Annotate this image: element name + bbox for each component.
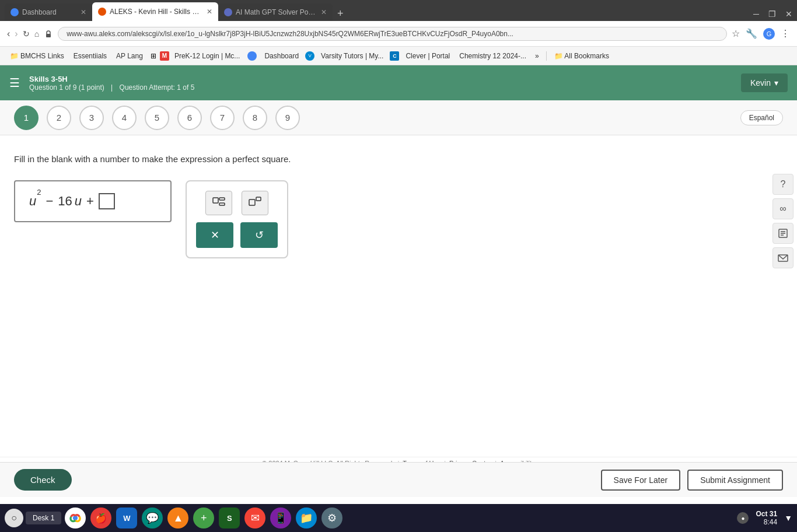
keypad-reset-button[interactable]: ↺ [240, 222, 278, 248]
taskbar-app-purple[interactable]: 📱 [270, 508, 291, 528]
blank-input[interactable] [99, 193, 115, 209]
submit-assignment-button[interactable]: Submit Assignment [687, 470, 783, 491]
tab-aleks[interactable]: ALEKS - Kevin Hill - Skills 3-5H ✕ [92, 2, 218, 21]
taskbar-app-chrome[interactable] [65, 508, 86, 528]
coefficient: 16 [58, 194, 72, 209]
q-btn-3[interactable]: 3 [79, 106, 104, 130]
profile-icon[interactable]: G [763, 28, 775, 40]
user-name: Kevin [750, 78, 771, 88]
maximize-button[interactable]: ❐ [768, 9, 776, 19]
user-menu[interactable]: Kevin ▾ [741, 74, 788, 92]
svg-rect-4 [249, 200, 255, 205]
svg-rect-1 [213, 198, 218, 203]
bookmark-m-icon: M [160, 51, 169, 61]
tab-dashboard[interactable]: Dashboard ✕ [5, 4, 92, 21]
q-btn-8[interactable]: 8 [243, 106, 267, 130]
bookmark-varsity-icon: V [305, 51, 314, 61]
bookmark-grid[interactable]: ⊞ [148, 51, 159, 61]
bookmark-essentiials[interactable]: Essentiials [69, 51, 111, 61]
bookmark-more[interactable]: » [532, 51, 543, 61]
hamburger-menu[interactable]: ☰ [9, 76, 20, 90]
keypad-symbol-superscript[interactable] [242, 191, 268, 215]
back-button[interactable]: ‹ [7, 29, 10, 39]
address-bar[interactable]: www-awu.aleks.com/alekscgi/x/lsl.exe/1o_… [58, 27, 727, 41]
question-count: Question 1 of 9 (1 point) [29, 83, 104, 92]
q-btn-1[interactable]: 1 [14, 106, 39, 130]
help-button[interactable]: ? [772, 174, 793, 195]
var-u2: u [75, 194, 82, 209]
question-attempt: Question Attempt: 1 of 5 [120, 83, 195, 92]
mail-button[interactable] [772, 247, 793, 268]
check-button[interactable]: Check [14, 469, 72, 491]
taskbar-app-red[interactable]: 🍎 [90, 508, 111, 528]
bookmark-prek12[interactable]: PreK-12 Login | Mc... [170, 51, 244, 61]
tab-close-dashboard[interactable]: ✕ [81, 8, 86, 16]
var-u: u2 [29, 194, 41, 209]
notes-button[interactable] [772, 223, 793, 244]
user-chevron: ▾ [774, 78, 778, 88]
bookmark-star-icon[interactable]: ☆ [732, 28, 740, 40]
tab-label-ai: AI Math GPT Solver Powered b... [236, 8, 317, 16]
q-btn-6[interactable]: 6 [177, 106, 202, 130]
keypad-clear-button[interactable]: ✕ [196, 222, 233, 248]
taskbar-app-drive[interactable]: ▲ [167, 508, 188, 528]
wifi-icon: ▼ [784, 513, 792, 523]
tab-close-ai[interactable]: ✕ [321, 8, 327, 16]
bookmark-clever[interactable]: Clever | Portal [401, 51, 454, 61]
close-button[interactable]: ✕ [785, 9, 792, 19]
date-display: Oct 31 [756, 510, 777, 518]
side-tools: ? ∞ [769, 170, 797, 272]
bookmark-all[interactable]: 📁 All Bookmarks [550, 51, 613, 61]
tab-close-aleks[interactable]: ✕ [207, 8, 212, 16]
espanol-button[interactable]: Español [740, 110, 783, 125]
taskbar-system-tray: ● [737, 512, 749, 524]
taskbar-app-settings[interactable]: ⚙ [321, 508, 342, 528]
minimize-button[interactable]: ─ [753, 9, 759, 19]
bookmark-varsity[interactable]: Varsity Tutors | My... [317, 51, 387, 61]
extensions-icon[interactable]: 🔧 [746, 28, 757, 40]
bookmark-dashboard[interactable]: Dashboard [260, 51, 303, 61]
svg-rect-3 [219, 203, 225, 205]
save-for-later-button[interactable]: Save For Later [601, 470, 681, 491]
window-controls: ─ ❐ ✕ [753, 9, 792, 21]
footer-bar: Check Save For Later Submit Assignment [0, 462, 797, 497]
taskbar-app-sheets[interactable]: S [219, 508, 240, 528]
taskbar-desk[interactable]: Desk 1 [26, 512, 61, 524]
q-btn-9[interactable]: 9 [275, 106, 300, 130]
tab-label-aleks: ALEKS - Kevin Hill - Skills 3-5H [110, 8, 203, 16]
bookmark-clever-icon: C [390, 51, 399, 61]
forward-button[interactable]: › [15, 29, 18, 39]
lock-icon [44, 29, 53, 38]
new-tab-button[interactable]: + [333, 8, 348, 20]
question-nav: 1 2 3 4 5 6 7 8 9 Español [0, 100, 797, 135]
tab-favicon-dashboard [11, 8, 19, 16]
menu-icon[interactable]: ⋮ [781, 28, 790, 40]
q-btn-7[interactable]: 7 [210, 106, 235, 130]
bookmark-bmchs[interactable]: 📁 BMCHS Links [6, 51, 68, 61]
tab-ai[interactable]: AI Math GPT Solver Powered b... ✕ [218, 4, 333, 21]
taskbar: ○ Desk 1 🍎 W 💬 ▲ + S ✉ 📱 📁 ⚙ ● Oct 31 8:… [0, 504, 797, 532]
taskbar-start[interactable]: ○ [5, 509, 23, 527]
home-button[interactable]: ⌂ [34, 29, 39, 38]
skill-title: Skills 3-5H [29, 75, 741, 83]
taskbar-app-chat[interactable]: 💬 [142, 508, 163, 528]
q-btn-5[interactable]: 5 [145, 106, 169, 130]
infinity-button[interactable]: ∞ [772, 198, 793, 219]
q-btn-4[interactable]: 4 [112, 106, 137, 130]
taskbar-right: ● Oct 31 8:44 ▼ [737, 510, 792, 526]
clock: Oct 31 8:44 [756, 510, 777, 526]
taskbar-app-files[interactable]: 📁 [296, 508, 317, 528]
tab-favicon-aleks [98, 8, 106, 16]
taskbar-app-gmail[interactable]: ✉ [244, 508, 265, 528]
tab-label-dashboard: Dashboard [22, 8, 57, 16]
bookmark-chemistry[interactable]: Chemistry 12 2024-... [455, 51, 530, 61]
keypad-symbol-fraction[interactable] [205, 191, 232, 215]
taskbar-app-green[interactable]: + [193, 508, 214, 528]
svg-point-11 [73, 516, 78, 520]
screen-record-icon: ● [737, 512, 749, 524]
question-text: Fill in the blank with a number to make … [14, 154, 783, 164]
refresh-button[interactable]: ↻ [23, 29, 30, 38]
taskbar-app-word[interactable]: W [116, 508, 137, 528]
q-btn-2[interactable]: 2 [47, 106, 71, 130]
bookmark-aplang[interactable]: AP Lang [112, 51, 147, 61]
